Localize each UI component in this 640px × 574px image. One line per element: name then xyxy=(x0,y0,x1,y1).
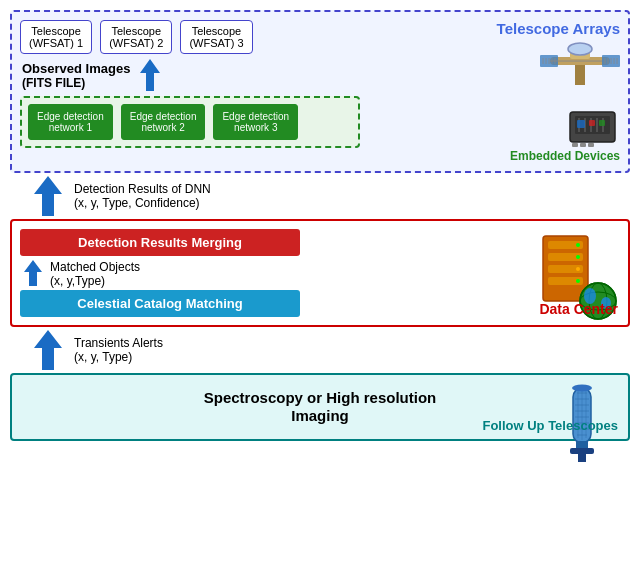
telescope-box-1: Telescope(WFSAT) 1 xyxy=(20,20,92,54)
edge-network-container: Edge detectionnetwork 1 Edge detectionne… xyxy=(20,96,360,148)
merging-bar: Detection Results Merging xyxy=(20,229,300,256)
section-followup: Spectroscopy or High resolutionImaging xyxy=(10,373,630,441)
svg-marker-48 xyxy=(34,330,62,370)
transients-coords: (x, y, Type) xyxy=(74,350,163,364)
fits-arrow-icon xyxy=(136,59,164,91)
matched-arrow-icon xyxy=(22,260,44,286)
data-center-label: Data Center xyxy=(539,301,618,317)
svg-rect-29 xyxy=(580,143,586,147)
arrow2-container: Transients Alerts (x, y, Type) xyxy=(10,330,630,370)
svg-rect-3 xyxy=(575,65,585,85)
telescope-box-2: Telescope(WFSAT) 2 xyxy=(100,20,172,54)
transients-alerts-label: Transients Alerts xyxy=(74,336,163,350)
edge-network-1: Edge detectionnetwork 1 xyxy=(28,104,113,140)
embedded-devices-label: Embedded Devices xyxy=(510,149,620,163)
system-diagram: Telescope(WFSAT) 1 Telescope(WFSAT) 2 Te… xyxy=(10,10,630,441)
svg-rect-25 xyxy=(577,120,585,128)
telescope-row: Telescope(WFSAT) 1 Telescope(WFSAT) 2 Te… xyxy=(20,20,360,54)
embedded-device-illustration xyxy=(565,107,620,149)
svg-marker-31 xyxy=(34,176,62,216)
svg-rect-26 xyxy=(589,120,595,126)
dnn-results-label: Detection Results of DNN xyxy=(74,182,211,196)
telescope-illustration xyxy=(540,37,620,97)
svg-rect-28 xyxy=(572,143,578,147)
catalog-bar: Celestial Catalog Matching xyxy=(20,290,300,317)
svg-point-64 xyxy=(572,385,592,392)
edge-network-3: Edge detectionnetwork 3 xyxy=(213,104,298,140)
svg-rect-62 xyxy=(570,448,594,454)
dnn-results-coords: (x, y, Type, Confidence) xyxy=(74,196,211,210)
svg-point-39 xyxy=(576,267,580,271)
svg-point-38 xyxy=(576,255,580,259)
matched-objects-label: Matched Objects xyxy=(50,260,140,274)
svg-marker-0 xyxy=(140,59,160,91)
telescope-box-3: Telescope(WFSAT) 3 xyxy=(180,20,252,54)
svg-rect-63 xyxy=(578,454,586,462)
svg-point-40 xyxy=(576,279,580,283)
section-data-center: Detection Results Merging Matched Object… xyxy=(10,219,630,327)
svg-marker-47 xyxy=(24,260,42,286)
followup-telescopes-label: Follow Up Telescopes xyxy=(482,418,618,433)
telescope-arrays-label: Telescope Arrays xyxy=(497,20,620,37)
arrow2-icon xyxy=(30,330,66,370)
svg-rect-30 xyxy=(588,143,594,147)
matched-coords: (x, y,Type) xyxy=(50,274,140,288)
edge-network-2: Edge detectionnetwork 2 xyxy=(121,104,206,140)
observed-images-label: Observed Images xyxy=(22,61,130,76)
fits-file-label: (FITS FILE) xyxy=(22,76,85,90)
svg-rect-61 xyxy=(576,441,588,449)
svg-point-4 xyxy=(568,43,592,55)
arrow1-container: Detection Results of DNN (x, y, Type, Co… xyxy=(10,176,630,216)
arrow1-icon xyxy=(30,176,66,216)
svg-point-37 xyxy=(576,243,580,247)
svg-rect-27 xyxy=(599,120,605,126)
section-telescopes: Telescope(WFSAT) 1 Telescope(WFSAT) 2 Te… xyxy=(10,10,630,173)
followup-label: Spectroscopy or High resolutionImaging xyxy=(204,389,437,424)
section1-right: Telescope Arrays xyxy=(370,20,620,163)
